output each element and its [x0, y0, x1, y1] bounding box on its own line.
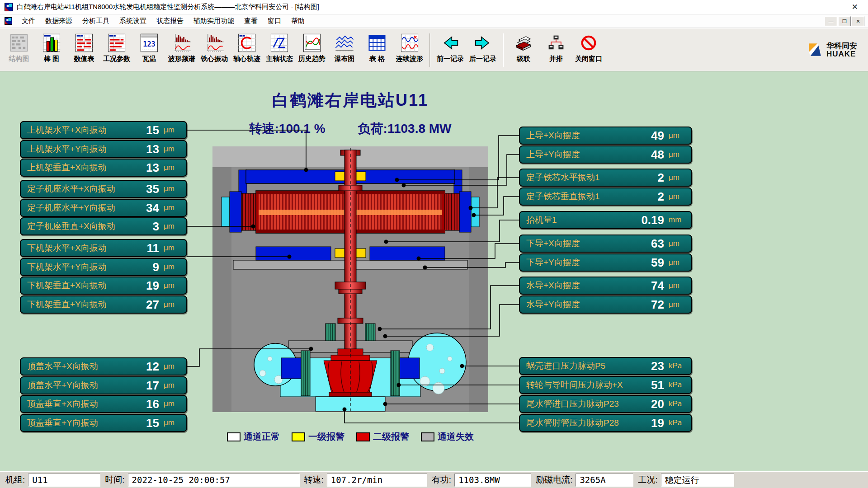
measurement-box-left-3-2[interactable]: 顶盖垂直+X向振动16μm — [20, 395, 187, 413]
toolbar-label-next: 后一记录 — [469, 55, 496, 63]
menu-bar-items: 文件数据来源分析工具系统设置状态报告辅助实用功能查看窗口帮助 — [17, 15, 310, 27]
measurement-box-right-3-0[interactable]: 下导+X向摆度63μm — [519, 235, 692, 253]
window-title: 白鹤滩右岸电站#11机组TN8000水轮发电机组稳定性监测分析系统———北京华科… — [17, 3, 319, 11]
menu-item-7[interactable]: 查看 — [239, 15, 263, 27]
measurement-unit: mm — [664, 216, 688, 225]
measurement-label: 蜗壳进口压力脉动P5 — [526, 360, 631, 372]
restore-button[interactable]: ❐ — [838, 16, 851, 26]
brand-name-cn: 华科同安 — [826, 42, 857, 50]
measurement-value: 11 — [126, 241, 159, 255]
measurement-value: 15 — [126, 416, 159, 430]
toolbar-button-cascade[interactable]: 级联 — [507, 31, 540, 70]
toolbar-button-prev[interactable]: 前一记录 — [434, 31, 467, 70]
menu-item-6[interactable]: 辅助实用功能 — [189, 15, 239, 27]
measurement-box-right-0-1[interactable]: 上导+Y向摆度48μm — [519, 145, 692, 164]
measurement-label: 上机架水平+Y向振动 — [27, 143, 126, 155]
legend-item-2: 二级报警 — [356, 431, 409, 443]
menu-item-9[interactable]: 帮助 — [286, 15, 310, 27]
legend-item-0: 通道正常 — [227, 431, 280, 443]
measurement-label: 尾水管肘管压力脉动P28 — [526, 417, 631, 429]
toolbar-button-orbit[interactable]: 轴心轨迹 — [231, 31, 263, 70]
measurement-box-left-3-0[interactable]: 顶盖水平+X向振动12μm — [20, 357, 187, 375]
measurement-unit: μm — [159, 203, 183, 212]
next-icon — [472, 33, 494, 53]
toolbar-button-tile[interactable]: 并排 — [540, 31, 572, 70]
toolbar-button-next[interactable]: 后一记录 — [467, 31, 499, 70]
measurement-box-right-5-2[interactable]: 尾水管进口压力脉动P2320kPa — [519, 395, 692, 413]
statusbar-value-5: 稳定运行 — [661, 474, 734, 487]
measurement-label: 上机架垂直+X向振动 — [27, 162, 126, 174]
measurement-value: 12 — [126, 360, 159, 374]
toolbar-button-closewin[interactable]: 关闭窗口 — [572, 31, 605, 70]
measurement-value: 15 — [126, 123, 159, 137]
toolbar-button-cond[interactable]: 工况参数 — [100, 31, 133, 70]
measurement-box-right-1-0[interactable]: 定子铁芯水平振动12μm — [519, 169, 692, 187]
measurement-value: 51 — [631, 378, 664, 392]
measurement-box-left-2-1[interactable]: 下机架水平+Y向振动9μm — [20, 258, 187, 276]
measurement-box-right-5-1[interactable]: 转轮与导叶间压力脉动+X51kPa — [519, 376, 692, 394]
measurement-unit: μm — [159, 362, 183, 371]
measurement-box-right-0-0[interactable]: 上导+X向摆度49μm — [519, 127, 692, 145]
toolbar-button-trend[interactable]: 历史趋势 — [296, 31, 328, 70]
measurement-label: 转轮与导叶间压力脉动+X — [526, 379, 631, 391]
statusbar-value-2: 107.2r/min — [327, 474, 427, 487]
measurement-unit: μm — [159, 222, 183, 231]
close-button[interactable]: ✕ — [852, 16, 864, 26]
toolbar-button-numtable[interactable]: 数值表 — [68, 31, 100, 70]
statusbar-value-0: U11 — [28, 474, 100, 487]
measurement-box-left-0-2[interactable]: 上机架垂直+X向振动13μm — [20, 159, 187, 177]
measurement-value: 23 — [631, 359, 664, 373]
measurement-box-left-3-1[interactable]: 顶盖水平+Y向振动17μm — [20, 376, 187, 394]
menu-item-4[interactable]: 系统设置 — [114, 15, 151, 27]
measurement-unit: μm — [159, 281, 183, 290]
toolbar-separator — [503, 33, 504, 67]
measurement-box-right-4-0[interactable]: 水导+X向摆度74μm — [519, 277, 692, 295]
measurement-box-left-2-3[interactable]: 下机架垂直+Y向振动27μm — [20, 296, 187, 314]
measurement-box-right-5-3[interactable]: 尾水管肘管压力脉动P2819kPa — [519, 414, 692, 432]
measurement-box-left-0-0[interactable]: 上机架水平+X向振动15μm — [20, 121, 187, 139]
measurement-box-left-2-2[interactable]: 下机架垂直+X向振动19μm — [20, 277, 187, 295]
measurement-box-left-1-2[interactable]: 定子机座垂直+X向振动3μm — [20, 217, 187, 235]
toolbar-button-spectrum[interactable]: 波形频谱 — [165, 31, 198, 70]
measurement-box-left-0-1[interactable]: 上机架水平+Y向振动13μm — [20, 140, 187, 158]
toolbar-label-closewin: 关闭窗口 — [575, 55, 602, 63]
measurement-unit: μm — [664, 150, 688, 159]
measurement-box-left-3-3[interactable]: 顶盖垂直+Y向振动15μm — [20, 414, 187, 432]
statusbar-label-4: 励磁电流: — [532, 474, 575, 486]
measurement-label: 定子铁芯垂直振动1 — [526, 191, 631, 202]
menu-bar: 文件数据来源分析工具系统设置状态报告辅助实用功能查看窗口帮助 — ❐ ✕ — [0, 14, 868, 28]
toolbar-button-waterfall[interactable]: 瀑布图 — [328, 31, 361, 70]
menu-item-1[interactable]: 文件 — [17, 15, 40, 27]
menu-item-8[interactable]: 窗口 — [263, 15, 286, 27]
menu-item-2[interactable]: 数据来源 — [40, 15, 77, 27]
toolbar-label-structure: 结构图 — [9, 55, 29, 63]
toolbar-label-table: 表 格 — [369, 55, 385, 63]
status-legend: 通道正常一级报警二级报警通道失效 — [212, 431, 488, 443]
brand-logo: 华科同安 HUAKE — [806, 42, 863, 59]
toolbar-button-bar[interactable]: 棒 图 — [35, 31, 68, 70]
toolbar-button-waveform[interactable]: 连续波形 — [393, 31, 426, 70]
measurement-box-right-4-1[interactable]: 水导+Y向摆度72μm — [519, 296, 692, 314]
measurement-unit: μm — [664, 192, 688, 201]
toolbar-button-corevib[interactable]: 铁心振动 — [198, 31, 231, 70]
legend-item-1: 一级报警 — [292, 431, 344, 443]
toolbar-button-shaftstate[interactable]: 主轴状态 — [263, 31, 296, 70]
measurement-box-right-1-1[interactable]: 定子铁芯垂直振动12μm — [519, 188, 692, 206]
toolbar-button-table[interactable]: 表 格 — [361, 31, 393, 70]
measurement-box-left-1-1[interactable]: 定子机座水平+Y向振动34μm — [20, 199, 187, 217]
page-title: 白鹤滩右岸电站U11 — [212, 89, 488, 112]
menu-item-3[interactable]: 分析工具 — [77, 15, 114, 27]
measurement-label: 水导+X向摆度 — [526, 280, 631, 291]
measurement-box-left-1-0[interactable]: 定子机座水平+X向振动35μm — [20, 180, 187, 198]
measurement-label: 抬机量1 — [526, 214, 631, 226]
minimize-button[interactable]: — — [825, 16, 837, 26]
measurement-box-right-5-0[interactable]: 蜗壳进口压力脉动P523kPa — [519, 357, 692, 375]
measurement-value: 17 — [126, 379, 159, 393]
toolbar-button-temp[interactable]: 瓦温 — [133, 31, 165, 70]
title-close-icon[interactable]: ✕ — [846, 1, 863, 13]
measurement-box-right-2-0[interactable]: 抬机量10.19mm — [519, 211, 692, 229]
measurement-box-right-3-1[interactable]: 下导+Y向摆度59μm — [519, 253, 692, 272]
measurement-label: 下机架水平+X向振动 — [27, 242, 126, 254]
measurement-box-left-2-0[interactable]: 下机架水平+X向振动11μm — [20, 239, 187, 257]
menu-item-5[interactable]: 状态报告 — [151, 15, 189, 27]
